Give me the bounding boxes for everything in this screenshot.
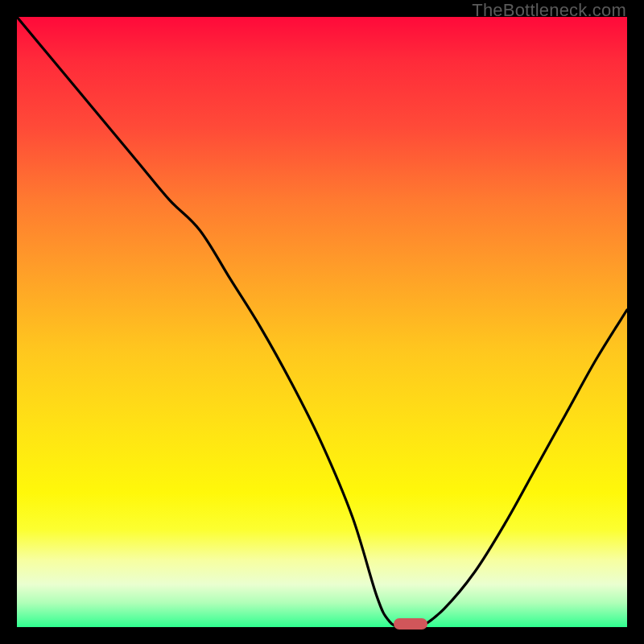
curve-path [17, 17, 627, 627]
watermark-text: TheBottleneck.com [472, 0, 626, 21]
chart-frame: TheBottleneck.com [0, 0, 644, 644]
plot-area [17, 17, 627, 627]
bottleneck-curve [17, 17, 627, 627]
optimal-point-marker [394, 618, 427, 630]
